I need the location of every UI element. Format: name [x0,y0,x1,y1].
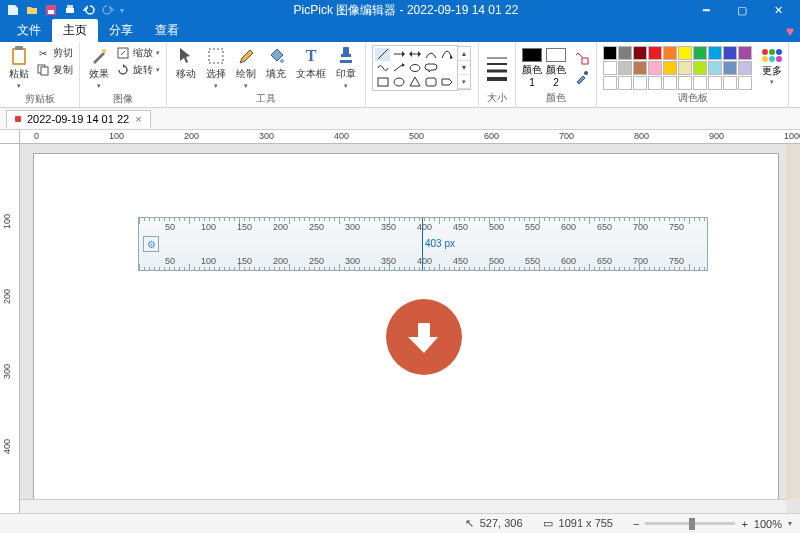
qat-dropdown-icon[interactable]: ▾ [120,6,124,15]
widget-tick: 250 [309,256,324,266]
svg-rect-13 [340,60,352,63]
redo-icon[interactable] [101,4,114,17]
zoom-dropdown-icon[interactable]: ▾ [788,519,792,528]
effects-button[interactable]: 效果 ▾ [86,45,112,91]
widget-tick: 650 [597,222,612,232]
vertical-ruler: 100200300400 [0,144,20,513]
palette-swatch[interactable] [618,61,632,75]
move-tool[interactable]: 移动 [173,45,199,82]
vertical-scroll-indicator[interactable] [786,144,800,499]
shapes-scroll[interactable]: ▲▼▾ [458,46,471,90]
shapes-gallery[interactable]: ▲▼▾ [372,45,458,91]
widget-tick: 250 [309,222,324,232]
select-tool[interactable]: 选择▾ [203,45,229,91]
palette-swatch[interactable] [693,76,707,90]
palette-swatch[interactable] [663,76,677,90]
rotate-button[interactable]: 旋转▾ [116,62,160,78]
palette-swatch[interactable] [648,46,662,60]
color1-button[interactable]: 颜色 1 [522,48,542,88]
group-clipboard-label: 剪贴板 [6,91,73,107]
palette-swatch[interactable] [678,76,692,90]
maximize-button[interactable]: ▢ [724,0,760,20]
palette-swatch[interactable] [738,46,752,60]
palette-swatch[interactable] [603,61,617,75]
svg-rect-18 [378,78,388,86]
palette-swatch[interactable] [708,46,722,60]
svg-line-14 [378,49,388,59]
palette-swatch[interactable] [678,46,692,60]
pixel-ruler-widget[interactable]: ⚙ 403 px 5050100100150150200200250250300… [138,217,708,271]
palette-swatch[interactable] [693,61,707,75]
palette-swatch[interactable] [648,76,662,90]
document-tab[interactable]: 2022-09-19 14 01 22 × [6,110,151,128]
tab-file[interactable]: 文件 [6,19,52,42]
swap-colors-icon[interactable] [574,50,590,66]
gear-icon[interactable]: ⚙ [143,236,159,252]
cut-button[interactable]: ✂剪切 [36,45,73,61]
tab-home[interactable]: 主页 [52,19,98,42]
save-icon[interactable] [44,4,57,17]
dropdown-icon: ▾ [97,82,101,90]
palette-swatch[interactable] [618,76,632,90]
wand-icon [89,46,109,66]
color-palette[interactable] [603,46,752,90]
zoom-out-button[interactable]: − [633,518,639,530]
more-colors-button[interactable]: 更多 ▾ [762,49,782,86]
resize-button[interactable]: 缩放▾ [116,45,160,61]
zoom-in-button[interactable]: + [741,518,747,530]
palette-swatch[interactable] [633,46,647,60]
undo-icon[interactable] [82,4,95,17]
tab-share[interactable]: 分享 [98,19,144,42]
line-weight-icon[interactable] [485,54,509,82]
close-tab-icon[interactable]: × [135,113,141,125]
canvas-area[interactable]: ⚙ 403 px 5050100100150150200200250250300… [20,144,800,513]
palette-swatch[interactable] [723,61,737,75]
svg-rect-3 [67,5,73,8]
minimize-button[interactable]: ━ [688,0,724,20]
palette-swatch[interactable] [633,61,647,75]
palette-swatch[interactable] [708,76,722,90]
zoom-value: 100% [754,518,782,530]
palette-swatch[interactable] [603,76,617,90]
close-button[interactable]: ✕ [760,0,796,20]
palette-swatch[interactable] [618,46,632,60]
color2-button[interactable]: 颜色 2 [546,48,566,88]
ruler-h-tick: 100 [109,131,124,141]
palette-swatch[interactable] [663,46,677,60]
print-icon[interactable] [63,4,76,17]
heart-icon[interactable]: ♥ [786,23,794,39]
palette-swatch[interactable] [678,61,692,75]
palette-swatch[interactable] [723,46,737,60]
palette-swatch[interactable] [693,46,707,60]
copy-button[interactable]: 复制 [36,62,73,78]
palette-swatch[interactable] [663,61,677,75]
palette-swatch[interactable] [738,76,752,90]
widget-tick: 700 [633,222,648,232]
ruler-corner [0,130,20,144]
eyedropper-icon[interactable] [574,69,590,85]
palette-swatch[interactable] [708,61,722,75]
group-tools-label: 工具 [173,91,359,107]
draw-tool[interactable]: 绘制▾ [233,45,259,91]
file-icon[interactable] [6,4,19,17]
open-icon[interactable] [25,4,38,17]
ribbon: 粘贴 ▾ ✂剪切 复制 剪贴板 效果 ▾ 缩放▾ 旋转▾ 图像 移动 [0,42,800,108]
stamp-tool[interactable]: 印章▾ [333,45,359,91]
tab-view[interactable]: 查看 [144,19,190,42]
svg-rect-2 [66,8,74,13]
canvas[interactable]: ⚙ 403 px 5050100100150150200200250250300… [34,154,778,513]
text-tool[interactable]: T文本框 [293,45,329,82]
palette-swatch[interactable] [648,61,662,75]
palette-swatch[interactable] [723,76,737,90]
zoom-slider[interactable] [645,522,735,525]
fill-tool[interactable]: 填充 [263,45,289,82]
widget-tick: 550 [525,222,540,232]
widget-tick: 650 [597,256,612,266]
ruler-h-tick: 900 [709,131,724,141]
copy-icon [36,63,50,77]
palette-swatch[interactable] [738,61,752,75]
palette-swatch[interactable] [633,76,647,90]
paste-button[interactable]: 粘贴 ▾ [6,45,32,91]
horizontal-scrollbar[interactable] [20,499,786,513]
palette-swatch[interactable] [603,46,617,60]
